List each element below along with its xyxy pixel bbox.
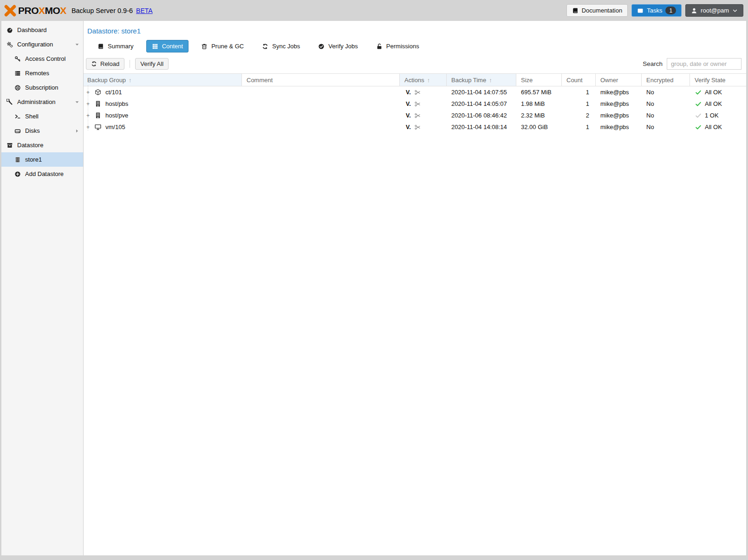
key-icon [14, 56, 21, 62]
tab-content[interactable]: Content [146, 40, 189, 52]
sidebar-item-subscription[interactable]: Subscription [1, 80, 83, 95]
documentation-button[interactable]: Documentation [566, 4, 628, 17]
verify-partial-icon [695, 112, 702, 119]
backup-group-label: host/pbs [105, 100, 128, 107]
actions-cell: V. [400, 89, 447, 96]
tab-summary[interactable]: Summary [92, 40, 139, 52]
tab-label: Prune & GC [211, 43, 244, 50]
prune-action-icon[interactable] [414, 101, 421, 107]
backup-time-cell: 2020-11-04 14:05:07 [447, 100, 516, 107]
count-cell: 1 [562, 100, 596, 107]
verify-state-label: All OK [705, 89, 722, 96]
tab-label: Content [162, 43, 183, 50]
gears-icon [7, 41, 13, 48]
verify-action[interactable]: V. [406, 89, 411, 96]
sidebar-item-store1[interactable]: store1 [1, 152, 83, 167]
tab-sync-jobs[interactable]: Sync Jobs [256, 40, 306, 52]
hdd-icon [14, 128, 21, 134]
column-header-backup-time[interactable]: Backup Time↑ [447, 74, 516, 86]
verify-ok-icon [695, 101, 702, 107]
column-header-backup-group[interactable]: Backup Group↑ [84, 74, 242, 86]
tasks-count-badge: 1 [665, 7, 676, 14]
encrypted-cell: No [642, 124, 690, 130]
backup-group-cell: +ct/101 [84, 89, 242, 96]
table-header-row: Backup Group↑CommentActions↑Backup Time↑… [84, 73, 746, 86]
user-menu-button[interactable]: root@pam [685, 4, 743, 17]
encrypted-cell: No [642, 100, 690, 107]
prune-action-icon[interactable] [414, 124, 421, 130]
backup-time-cell: 2020-11-06 08:46:42 [447, 112, 516, 119]
table-row[interactable]: +vm/105V.2020-11-04 14:08:1432.00 GiB1mi… [84, 121, 746, 133]
verify-action[interactable]: V. [406, 101, 411, 107]
trash-icon [201, 43, 208, 50]
verify-state-cell: All OK [690, 100, 746, 107]
column-header-owner[interactable]: Owner [596, 74, 642, 86]
column-header-label: Actions [404, 77, 424, 84]
reload-label: Reload [100, 60, 119, 67]
sidebar-item-configuration[interactable]: Configuration [1, 37, 83, 52]
table-body: +ct/101V.2020-11-04 14:07:55695.57 MiB1m… [84, 86, 746, 133]
table-row[interactable]: +ct/101V.2020-11-04 14:07:55695.57 MiB1m… [84, 86, 746, 98]
verify-action[interactable]: V. [406, 124, 411, 130]
lifering-icon [14, 85, 21, 91]
sidebar-item-datastore[interactable]: Datastore [1, 138, 83, 152]
sidebar-item-access-control[interactable]: Access Control [1, 52, 83, 66]
row-expander[interactable]: + [85, 124, 91, 130]
brand-part: MO [45, 5, 60, 16]
reload-icon [91, 61, 97, 67]
tasks-button[interactable]: Tasks 1 [631, 4, 682, 17]
verify-state-label: All OK [705, 124, 722, 130]
toolbar: Reload Verify All Search [84, 56, 746, 73]
sidebar-item-administration[interactable]: Administration [1, 95, 83, 109]
row-expander[interactable]: + [85, 101, 91, 107]
column-header-comment[interactable]: Comment [242, 74, 400, 86]
tab-verify-jobs[interactable]: Verify Jobs [312, 40, 364, 52]
column-header-actions[interactable]: Actions↑ [400, 74, 447, 86]
verify-state-cell: All OK [690, 124, 746, 130]
column-header-label: Owner [600, 77, 618, 84]
grid-icon [152, 43, 158, 50]
brand-wordmark: PROXMOX [18, 5, 66, 16]
sidebar-item-label: Disks [25, 127, 40, 134]
table-row[interactable]: +host/pveV.2020-11-06 08:46:422.32 MiB2m… [84, 110, 746, 121]
tab-prune-gc[interactable]: Prune & GC [195, 40, 249, 52]
book-icon [572, 7, 579, 14]
archive-icon [7, 142, 13, 149]
encrypted-cell: No [642, 112, 690, 119]
sort-asc-icon: ↑ [427, 77, 430, 84]
sync-icon [262, 43, 268, 50]
beta-link[interactable]: BETA [136, 7, 153, 14]
column-header-verify-state[interactable]: Verify State [690, 74, 746, 86]
sidebar-item-label: Add Datastore [25, 170, 64, 177]
tri-down-icon [74, 99, 80, 105]
sidebar-item-label: Configuration [17, 41, 53, 48]
sidebar-item-disks[interactable]: Disks [1, 124, 83, 138]
sidebar-item-remotes[interactable]: Remotes [1, 66, 83, 80]
search-input[interactable] [667, 58, 741, 70]
plus-circle-icon [14, 171, 21, 177]
sidebar-item-dashboard[interactable]: Dashboard [1, 23, 83, 37]
row-expander[interactable]: + [85, 113, 91, 118]
row-expander[interactable]: + [85, 90, 91, 95]
sidebar-item-add-datastore[interactable]: Add Datastore [1, 167, 83, 181]
verify-all-button[interactable]: Verify All [135, 58, 169, 70]
building-icon [94, 100, 102, 107]
reload-button[interactable]: Reload [86, 58, 124, 70]
verify-action[interactable]: V. [406, 112, 411, 119]
size-cell: 1.98 MiB [516, 100, 562, 107]
user-label: root@pam [701, 7, 729, 14]
column-header-count[interactable]: Count [562, 74, 596, 86]
documentation-label: Documentation [582, 7, 622, 14]
sidebar-item-shell[interactable]: Shell [1, 109, 83, 124]
tab-permissions[interactable]: Permissions [371, 40, 425, 52]
table-row[interactable]: +host/pbsV.2020-11-04 14:05:071.98 MiB1m… [84, 98, 746, 110]
column-header-encrypted[interactable]: Encrypted [642, 74, 690, 86]
page-title: Datastore: store1 [84, 21, 746, 36]
proxmox-logo: PROXMOX [4, 4, 66, 17]
prune-action-icon[interactable] [414, 89, 421, 96]
tri-right-icon [74, 128, 80, 134]
verify-ok-icon [695, 89, 702, 96]
column-header-label: Backup Time [451, 77, 486, 84]
prune-action-icon[interactable] [414, 112, 421, 119]
column-header-size[interactable]: Size [516, 74, 562, 86]
